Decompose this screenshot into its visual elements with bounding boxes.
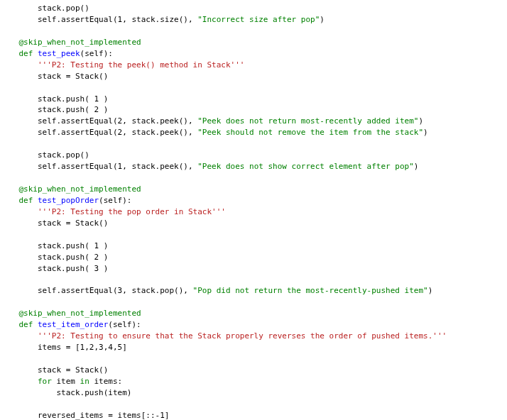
string-literal: "Pop did not return the most-recently-pu… (193, 286, 428, 295)
docstring: '''P2: Testing the peek() method in Stac… (0, 60, 244, 70)
code-line: stack.pop() (0, 4, 89, 13)
code-line: self.assertEqual(2, stack.peek(), "Peek … (0, 128, 428, 137)
code-line: stack.push( 1 ) (0, 241, 108, 250)
code-line: self.assertEqual(2, stack.peek(), "Peek … (0, 116, 423, 126)
decorator: @skip_when_not_implemented (0, 184, 141, 194)
func-def: def test_popOrder(self): (0, 196, 131, 205)
code-line: stack.push( 2 ) (0, 105, 108, 114)
code-line: stack = Stack() (0, 219, 108, 228)
code-line: stack.push( 1 ) (0, 94, 108, 104)
func-def: def test_item_order(self): (0, 320, 141, 329)
code-line: stack.push( 3 ) (0, 264, 108, 273)
function-name: test_peek (38, 49, 80, 58)
code-line: self.assertEqual(1, stack.peek(), "Peek … (0, 162, 418, 171)
decorator: @skip_when_not_implemented (0, 38, 141, 47)
func-def: def test_peek(self): (0, 49, 113, 58)
code-line: items = [1,2,3,4,5] (0, 343, 127, 352)
function-name: test_popOrder (38, 196, 99, 205)
code-block: stack.pop() self.assertEqual(1, stack.si… (0, 0, 507, 420)
docstring: '''P2: Testing to ensure that the Stack … (0, 331, 447, 341)
code-line: for item in items: (0, 377, 122, 386)
code-line: self.assertEqual(3, stack.pop(), "Pop di… (0, 286, 432, 295)
code-line: stack = Stack() (0, 72, 108, 81)
docstring: '''P2: Testing the pop order in Stack''' (0, 207, 226, 216)
string-literal: "Incorrect size after pop" (197, 15, 320, 24)
code-line: self.assertEqual(1, stack.size(), "Incor… (0, 15, 325, 24)
string-literal: "Peek should not remove the item from th… (197, 128, 423, 137)
code-line: reversed_items = items[::-1] (0, 411, 169, 420)
code-line: stack.push( 2 ) (0, 253, 108, 262)
decorator: @skip_when_not_implemented (0, 309, 141, 318)
code-line: stack.push(item) (0, 388, 131, 397)
code-line: stack.pop() (0, 150, 89, 160)
string-literal: "Peek does not return most-recently adde… (197, 116, 418, 126)
code-line: stack = Stack() (0, 365, 108, 375)
function-name: test_item_order (38, 320, 108, 329)
string-literal: "Peek does not show correct element afte… (197, 162, 414, 171)
